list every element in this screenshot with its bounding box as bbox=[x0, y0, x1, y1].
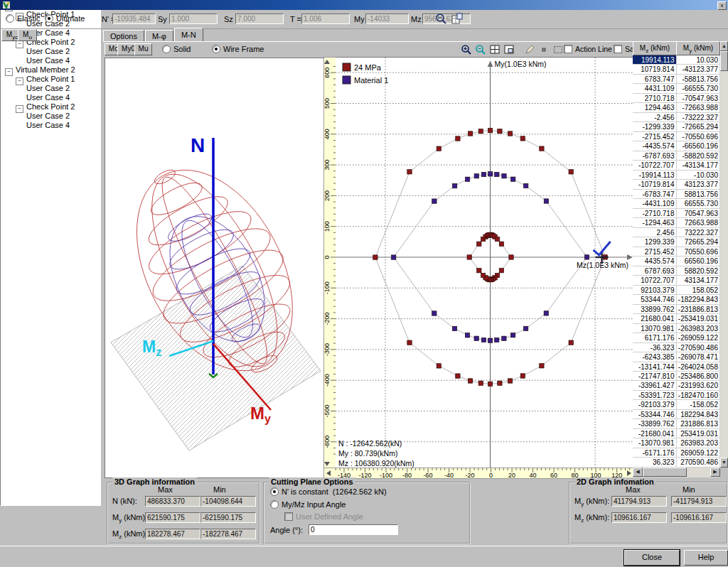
table-cell[interactable]: -33899.762 bbox=[633, 419, 677, 428]
table-cell[interactable]: -43123.377 bbox=[677, 65, 721, 74]
radio-icon[interactable] bbox=[162, 45, 171, 53]
table-hscrollbar[interactable]: ◀ ▶ bbox=[633, 468, 720, 477]
radio-icon[interactable] bbox=[45, 14, 53, 23]
table-cell[interactable]: 182294.843 bbox=[677, 410, 721, 419]
table-cell[interactable]: -182470.160 bbox=[677, 391, 721, 400]
tree-item[interactable]: −Check Point 1 bbox=[1, 75, 100, 84]
table-cell[interactable]: -10719.814 bbox=[633, 180, 677, 189]
table-cell[interactable]: -13141.744 bbox=[633, 362, 677, 372]
data-point[interactable] bbox=[474, 336, 478, 340]
data-point[interactable] bbox=[502, 174, 506, 178]
mode-radio-ultimate[interactable]: Ultimate bbox=[45, 14, 85, 23]
table-row[interactable]: 10719.814-43123.377 bbox=[633, 65, 720, 74]
table-row[interactable]: -6783.74758813.756 bbox=[633, 190, 720, 199]
table-cell[interactable]: 13070.981 bbox=[633, 324, 677, 333]
table-cell[interactable]: 6787.693 bbox=[633, 266, 677, 276]
table-cell[interactable]: 270590.486 bbox=[677, 458, 721, 467]
ruler-scroll-right-icon[interactable] bbox=[627, 470, 631, 476]
tree-collapse-icon[interactable]: − bbox=[5, 68, 13, 76]
data-point[interactable] bbox=[495, 172, 499, 176]
table-cell[interactable]: 36.323 bbox=[633, 458, 677, 467]
3d-view[interactable]: N Mz My bbox=[105, 58, 325, 478]
data-point[interactable] bbox=[373, 255, 378, 259]
mu-button[interactable]: Mu bbox=[18, 29, 37, 41]
radio-icon[interactable] bbox=[212, 45, 220, 53]
table-row[interactable]: 4435.57466560.196 bbox=[633, 256, 720, 266]
scroll-right-icon[interactable]: ▶ bbox=[710, 468, 720, 477]
tree-collapse-icon[interactable]: − bbox=[16, 105, 23, 113]
table-row[interactable]: 2.45673222.327 bbox=[633, 228, 720, 237]
table-cell[interactable]: 70547.963 bbox=[677, 209, 721, 218]
table-row[interactable]: 1299.33972665.294 bbox=[633, 237, 720, 247]
field-input-n[interactable]: -10935.484 bbox=[112, 14, 156, 24]
table-row[interactable]: -1299.339-72665.294 bbox=[633, 122, 720, 131]
table-cell[interactable]: 43123.377 bbox=[677, 180, 721, 189]
data-point[interactable] bbox=[437, 364, 441, 368]
table-cell[interactable]: -158.052 bbox=[677, 400, 721, 409]
data-point[interactable] bbox=[584, 255, 589, 259]
table-cell[interactable]: 92103.379 bbox=[633, 286, 677, 295]
mymz-angle-radio[interactable]: My/Mz Input Angle bbox=[270, 500, 346, 509]
data-point[interactable] bbox=[432, 311, 437, 315]
table-row[interactable]: 13070.981-263983.203 bbox=[633, 324, 720, 333]
data-point[interactable] bbox=[474, 174, 478, 178]
table-cell[interactable]: -66555.730 bbox=[677, 84, 721, 93]
table-cell[interactable]: -4435.574 bbox=[633, 141, 677, 151]
ruler-scroll-left-icon[interactable] bbox=[326, 470, 331, 476]
table-row[interactable]: -2.456-73222.327 bbox=[633, 113, 720, 122]
table-cell[interactable]: 53344.746 bbox=[633, 295, 677, 304]
zoom-window-icon[interactable] bbox=[435, 13, 448, 26]
data-point[interactable] bbox=[495, 338, 499, 342]
table-cell[interactable]: 2.456 bbox=[633, 228, 677, 237]
data-point[interactable] bbox=[478, 381, 483, 385]
data-point[interactable] bbox=[488, 382, 492, 386]
vscroll-thumb[interactable] bbox=[720, 51, 728, 71]
close-icon[interactable]: x bbox=[717, 1, 727, 10]
radio-icon[interactable] bbox=[270, 487, 279, 496]
table-cell[interactable]: -33961.427 bbox=[633, 381, 677, 390]
table-cell[interactable]: -264024.058 bbox=[677, 362, 721, 372]
point-icon[interactable] bbox=[538, 44, 550, 55]
zoom-in-icon[interactable] bbox=[461, 44, 472, 55]
table-cell[interactable]: 66555.730 bbox=[677, 199, 721, 208]
data-point[interactable] bbox=[407, 340, 412, 345]
data-point[interactable] bbox=[478, 129, 483, 134]
table-cell[interactable]: 21680.041 bbox=[633, 314, 677, 323]
radio-icon[interactable] bbox=[270, 500, 279, 509]
table-cell[interactable]: -58813.756 bbox=[677, 75, 721, 84]
table-row[interactable]: -2715.452-70550.696 bbox=[633, 132, 720, 141]
pen-icon[interactable] bbox=[524, 44, 535, 55]
table-cell[interactable]: -6243.385 bbox=[633, 352, 677, 362]
table-row[interactable]: 4431.109-66555.730 bbox=[633, 84, 720, 93]
table-cell[interactable]: 231886.813 bbox=[677, 419, 721, 428]
data-point[interactable] bbox=[569, 340, 573, 345]
checkbox-action-line[interactable]: Action Line bbox=[564, 45, 612, 53]
data-point[interactable] bbox=[495, 237, 499, 241]
table-cell[interactable]: 1294.463 bbox=[633, 103, 677, 112]
field-input-my[interactable]: -14033 bbox=[365, 14, 409, 24]
table-cell[interactable]: 4435.574 bbox=[633, 256, 677, 266]
table-row[interactable]: 2715.45270550.696 bbox=[633, 247, 720, 256]
table-row[interactable]: -2710.71870547.963 bbox=[633, 209, 720, 218]
table-cell[interactable]: 4431.109 bbox=[633, 84, 677, 93]
data-point[interactable] bbox=[498, 129, 502, 134]
table-row[interactable]: -36.323-270590.486 bbox=[633, 343, 720, 352]
data-point[interactable] bbox=[465, 333, 469, 338]
table-cell[interactable]: -72665.294 bbox=[677, 122, 721, 131]
scroll-up-icon[interactable]: ▲ bbox=[720, 41, 728, 51]
table-cell[interactable]: 70550.696 bbox=[677, 247, 721, 256]
table-row[interactable]: -6787.693-58820.592 bbox=[633, 151, 720, 161]
table-cell[interactable]: 10722.707 bbox=[633, 276, 677, 285]
table-cell[interactable]: 269059.122 bbox=[677, 448, 721, 458]
mu-button[interactable]: Mu bbox=[134, 43, 152, 55]
checkbox-icon[interactable] bbox=[564, 45, 572, 53]
table-row[interactable]: 6171.176-269059.122 bbox=[633, 333, 720, 342]
data-point[interactable] bbox=[544, 199, 548, 203]
table-cell[interactable]: 6783.747 bbox=[633, 75, 677, 84]
data-point[interactable] bbox=[456, 374, 460, 378]
ruler-scroll-up-icon[interactable] bbox=[324, 60, 330, 64]
data-point[interactable] bbox=[569, 170, 573, 174]
data-point[interactable] bbox=[509, 255, 513, 259]
data-point[interactable] bbox=[488, 172, 493, 176]
radio-icon[interactable] bbox=[6, 14, 14, 23]
